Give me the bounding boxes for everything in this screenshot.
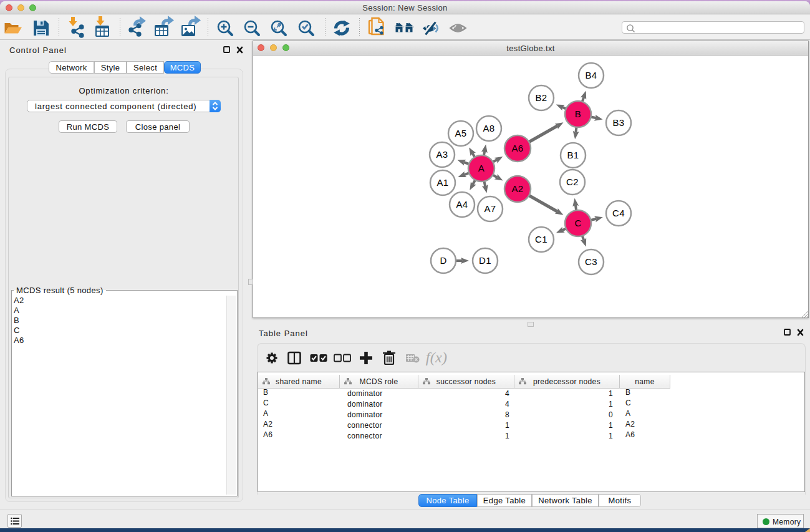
- svg-text:B3: B3: [612, 117, 624, 128]
- svg-text:A6: A6: [511, 143, 523, 153]
- svg-text:A5: A5: [455, 128, 466, 138]
- svg-text:A8: A8: [483, 123, 494, 133]
- svg-text:A3: A3: [436, 149, 448, 160]
- svg-text:A1: A1: [436, 177, 448, 188]
- svg-text:C2: C2: [566, 177, 579, 187]
- svg-text:C: C: [574, 218, 581, 228]
- svg-text:B2: B2: [535, 92, 547, 103]
- svg-text:C3: C3: [585, 256, 597, 267]
- svg-text:C4: C4: [612, 208, 625, 218]
- svg-text:A2: A2: [511, 183, 523, 194]
- svg-text:f(x): f(x): [426, 349, 448, 365]
- svg-text:D1: D1: [479, 255, 491, 266]
- svg-text:D: D: [440, 255, 446, 266]
- svg-text:B1: B1: [567, 150, 579, 160]
- svg-text:B4: B4: [585, 70, 597, 80]
- svg-text:A7: A7: [484, 203, 496, 214]
- svg-text:B: B: [575, 109, 581, 119]
- svg-text:A: A: [478, 163, 485, 173]
- svg-text:A4: A4: [456, 199, 468, 210]
- svg-text:C1: C1: [535, 234, 547, 244]
